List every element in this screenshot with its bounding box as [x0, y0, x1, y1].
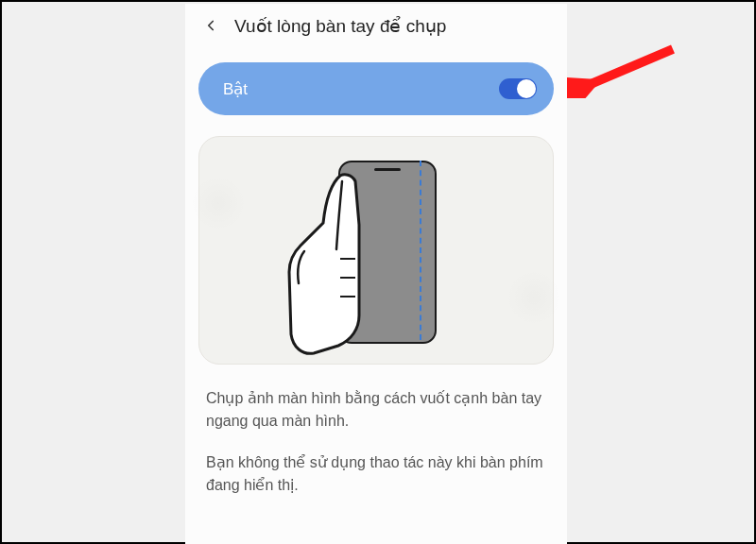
- page-title: Vuốt lòng bàn tay để chụp: [234, 15, 446, 37]
- description-block: Chụp ảnh màn hình bằng cách vuốt cạnh bà…: [206, 387, 546, 497]
- gesture-illustration: [198, 136, 554, 365]
- phone-illustration: [319, 151, 433, 349]
- toggle-label: Bật: [223, 79, 248, 99]
- toggle-switch[interactable]: [499, 78, 537, 99]
- description-line-2: Bạn không thể sử dụng thao tác này khi b…: [206, 451, 546, 497]
- switch-thumb: [517, 79, 536, 98]
- back-button[interactable]: [195, 9, 227, 42]
- attention-arrow-icon: [567, 32, 680, 98]
- svg-line-3: [584, 49, 673, 87]
- swipe-guide-line: [420, 161, 421, 340]
- master-toggle-row[interactable]: Bật: [198, 62, 554, 115]
- settings-header: Vuốt lòng bàn tay để chụp: [185, 4, 567, 47]
- screenshot-frame: Vuốt lòng bàn tay để chụp Bật: [0, 0, 756, 544]
- chevron-left-icon: [202, 17, 219, 34]
- description-line-1: Chụp ảnh màn hình bằng cách vuốt cạnh bà…: [206, 387, 546, 433]
- hand-icon: [285, 168, 399, 357]
- phone-screen: Vuốt lòng bàn tay để chụp Bật: [185, 4, 567, 544]
